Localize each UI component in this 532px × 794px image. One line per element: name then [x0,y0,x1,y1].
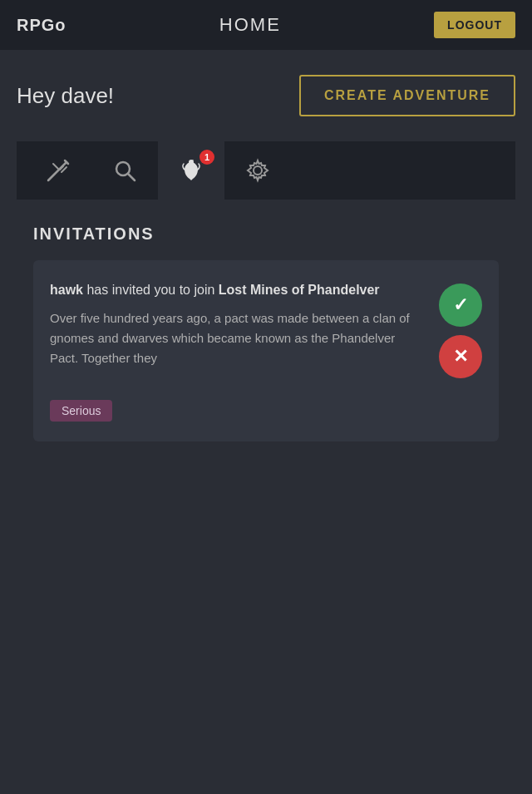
invitation-header: hawk has invited you to join Lost Mines … [50,280,482,378]
tab-search[interactable] [91,141,158,200]
tab-adventures[interactable] [25,141,91,200]
adventure-name: Lost Mines of Phandelver [219,283,380,297]
greeting-text: Hey dave! [17,83,114,109]
app-logo: RPGo [17,16,66,35]
main-content: Hey dave! CREATE ADVENTURE [0,50,532,475]
svg-line-3 [60,166,63,170]
logout-button[interactable]: LOGOUT [434,12,515,38]
svg-line-2 [48,174,55,180]
svg-line-5 [53,164,58,169]
invitation-actions: ✓ ✕ [439,280,482,378]
gear-icon [244,157,271,184]
svg-line-7 [128,174,135,180]
invitation-text-block: hawk has invited you to join Lost Mines … [50,280,417,368]
invitations-section: INVITATIONS hawk has invited you to join… [17,200,515,458]
accept-button[interactable]: ✓ [439,284,482,327]
header: RPGo HOME LOGOUT [0,0,532,50]
create-adventure-button[interactable]: CREATE ADVENTURE [299,75,515,116]
invitation-description: Over five hundred years ago, a pact was … [50,308,417,368]
svg-point-9 [254,166,262,175]
tag-row: Serious [50,400,482,422]
tab-invitations[interactable]: 1 [158,141,224,200]
invitation-card: hawk has invited you to join Lost Mines … [33,260,499,441]
page-title: HOME [219,14,281,36]
invitation-title: hawk has invited you to join Lost Mines … [50,280,417,300]
inviter-name: hawk [50,283,83,297]
search-icon [111,157,138,184]
adventure-tag: Serious [50,400,112,422]
invitation-badge: 1 [200,150,214,165]
invite-prefix: has invited you to join [83,283,219,297]
section-title: INVITATIONS [33,224,499,244]
sword-icon [45,157,71,184]
reject-button[interactable]: ✕ [439,335,482,378]
greeting-row: Hey dave! CREATE ADVENTURE [17,75,515,116]
tab-settings[interactable] [224,141,291,200]
tabs-bar: 1 [17,141,515,200]
